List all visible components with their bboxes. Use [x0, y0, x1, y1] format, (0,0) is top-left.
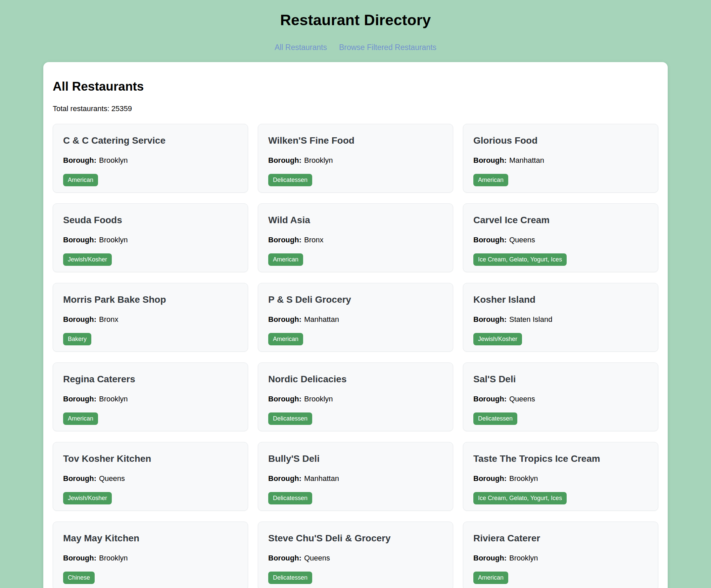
cuisine-badge: Jewish/Kosher [473, 333, 522, 345]
borough-line: Borough:Brooklyn [63, 395, 238, 404]
restaurant-card: Kosher Island Borough:Staten Island Jewi… [463, 283, 658, 352]
borough-line: Borough:Brooklyn [473, 554, 648, 563]
cuisine-badge: American [63, 412, 98, 425]
restaurant-name: May May Kitchen [63, 533, 238, 544]
borough-label: Borough: [63, 554, 96, 562]
section-heading: All Restaurants [53, 80, 658, 94]
restaurant-card: Riviera Caterer Borough:Brooklyn America… [463, 522, 658, 588]
borough-value: Brooklyn [99, 395, 128, 403]
restaurant-card: Tov Kosher Kitchen Borough:Queens Jewish… [53, 442, 248, 511]
total-restaurants-count: Total restaurants: 25359 [53, 104, 658, 113]
borough-value: Brooklyn [304, 395, 333, 403]
borough-label: Borough: [473, 156, 507, 165]
borough-line: Borough:Brooklyn [268, 395, 443, 404]
borough-value: Brooklyn [304, 156, 333, 165]
borough-label: Borough: [63, 315, 96, 324]
cuisine-badge: Delicatessen [268, 174, 312, 186]
restaurant-name: C & C Catering Service [63, 135, 238, 146]
borough-value: Brooklyn [99, 156, 128, 165]
restaurant-name: Sal'S Deli [473, 374, 648, 385]
borough-line: Borough:Manhattan [473, 156, 648, 165]
borough-line: Borough:Brooklyn [268, 156, 443, 165]
borough-label: Borough: [473, 395, 507, 403]
restaurant-card: Bully'S Deli Borough:Manhattan Delicates… [258, 442, 453, 511]
restaurant-name: Tov Kosher Kitchen [63, 453, 238, 464]
cuisine-badge: American [473, 174, 508, 186]
borough-line: Borough:Brooklyn [63, 156, 238, 165]
restaurant-card: May May Kitchen Borough:Brooklyn Chinese [53, 522, 248, 588]
restaurant-card: Sal'S Deli Borough:Queens Delicatessen [463, 363, 658, 431]
restaurant-card: Wilken'S Fine Food Borough:Brooklyn Deli… [258, 124, 453, 193]
borough-label: Borough: [473, 554, 507, 562]
restaurant-name: Wilken'S Fine Food [268, 135, 443, 146]
cuisine-badge: Delicatessen [268, 571, 312, 584]
restaurant-card: Carvel Ice Cream Borough:Queens Ice Crea… [463, 203, 658, 272]
borough-value: Queens [509, 395, 535, 403]
borough-line: Borough:Staten Island [473, 315, 648, 324]
borough-value: Manhattan [304, 315, 339, 324]
nav-link-all-restaurants[interactable]: All Restaurants [275, 43, 327, 52]
borough-label: Borough: [268, 395, 301, 403]
borough-line: Borough:Queens [268, 554, 443, 563]
restaurant-name: Morris Park Bake Shop [63, 294, 238, 305]
main-nav: All Restaurants Browse Filtered Restaura… [0, 43, 711, 52]
restaurant-card: Steve Chu'S Deli & Grocery Borough:Queen… [258, 522, 453, 588]
borough-value: Brooklyn [509, 474, 538, 483]
borough-value: Staten Island [509, 315, 552, 324]
restaurant-name: Seuda Foods [63, 215, 238, 225]
restaurant-card: C & C Catering Service Borough:Brooklyn … [53, 124, 248, 193]
borough-label: Borough: [473, 315, 507, 324]
borough-value: Queens [304, 554, 330, 562]
borough-label: Borough: [268, 315, 301, 324]
cuisine-badge: Jewish/Kosher [63, 492, 112, 504]
restaurant-name: Wild Asia [268, 215, 443, 225]
borough-line: Borough:Brooklyn [63, 236, 238, 244]
borough-value: Brooklyn [99, 554, 128, 562]
borough-label: Borough: [473, 236, 507, 244]
borough-value: Bronx [304, 236, 323, 244]
borough-line: Borough:Bronx [63, 315, 238, 324]
restaurant-name: Carvel Ice Cream [473, 215, 648, 225]
borough-label: Borough: [473, 474, 507, 483]
cuisine-badge: Ice Cream, Gelato, Yogurt, Ices [473, 254, 567, 266]
restaurant-name: P & S Deli Grocery [268, 294, 443, 305]
cuisine-badge: Ice Cream, Gelato, Yogurt, Ices [473, 492, 567, 504]
borough-line: Borough:Bronx [268, 236, 443, 244]
cuisine-badge: American [268, 254, 303, 266]
borough-value: Brooklyn [509, 554, 538, 562]
borough-line: Borough:Queens [473, 236, 648, 244]
borough-label: Borough: [268, 156, 301, 165]
restaurant-card: Wild Asia Borough:Bronx American [258, 203, 453, 272]
restaurant-name: Taste The Tropics Ice Cream [473, 453, 648, 464]
restaurant-card: Glorious Food Borough:Manhattan American [463, 124, 658, 193]
cuisine-badge: Delicatessen [268, 492, 312, 504]
restaurant-card: Nordic Delicacies Borough:Brooklyn Delic… [258, 363, 453, 431]
restaurant-name: Kosher Island [473, 294, 648, 305]
borough-value: Brooklyn [99, 236, 128, 244]
restaurant-name: Glorious Food [473, 135, 648, 146]
borough-line: Borough:Queens [473, 395, 648, 404]
borough-value: Queens [509, 236, 535, 244]
cuisine-badge: Delicatessen [268, 412, 312, 425]
restaurant-name: Regina Caterers [63, 374, 238, 385]
borough-label: Borough: [268, 474, 301, 483]
nav-link-browse-filtered-restaurants[interactable]: Browse Filtered Restaurants [339, 43, 436, 52]
restaurant-name: Bully'S Deli [268, 453, 443, 464]
borough-label: Borough: [63, 474, 96, 483]
cuisine-badge: Bakery [63, 333, 91, 345]
borough-line: Borough:Queens [63, 474, 238, 483]
page: { "page": { "title": "Restaurant Directo… [0, 0, 711, 588]
borough-value: Bronx [99, 315, 118, 324]
borough-line: Borough:Manhattan [268, 315, 443, 324]
borough-label: Borough: [268, 554, 301, 562]
restaurant-card: Taste The Tropics Ice Cream Borough:Broo… [463, 442, 658, 511]
restaurant-card: Seuda Foods Borough:Brooklyn Jewish/Kosh… [53, 203, 248, 272]
cuisine-badge: American [268, 333, 303, 345]
restaurant-name: Riviera Caterer [473, 533, 648, 544]
restaurant-name: Steve Chu'S Deli & Grocery [268, 533, 443, 544]
cuisine-badge: Chinese [63, 571, 95, 584]
page-title: Restaurant Directory [0, 0, 711, 29]
restaurant-name: Nordic Delicacies [268, 374, 443, 385]
restaurant-card: Morris Park Bake Shop Borough:Bronx Bake… [53, 283, 248, 352]
cuisine-badge: American [473, 571, 508, 584]
